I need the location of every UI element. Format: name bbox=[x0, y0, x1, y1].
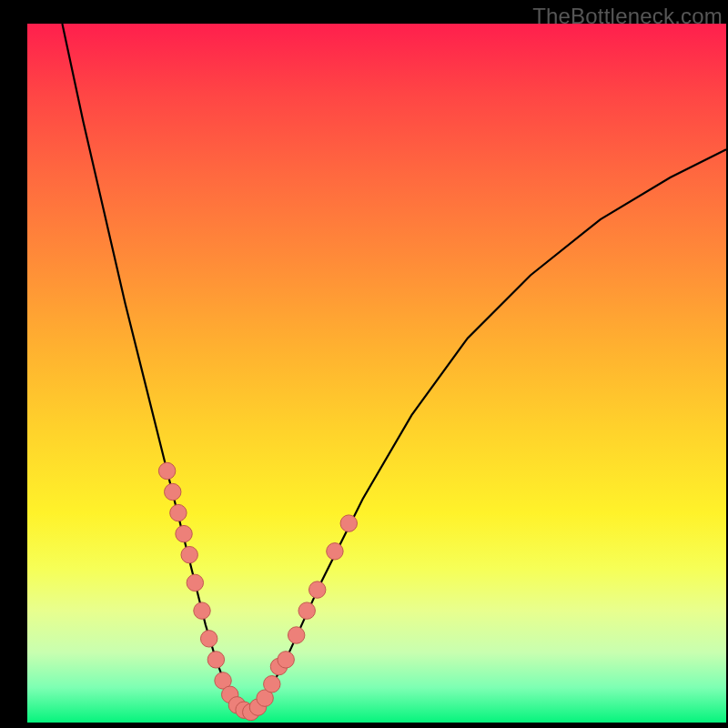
highlight-dot bbox=[340, 515, 357, 531]
highlight-dot bbox=[327, 543, 343, 560]
highlight-dots-group bbox=[158, 462, 357, 720]
highlight-dot bbox=[194, 602, 210, 619]
highlight-dot bbox=[309, 581, 326, 598]
watermark-text: TheBottleneck.com bbox=[532, 4, 723, 29]
highlight-dot bbox=[200, 631, 217, 647]
chart-svg bbox=[27, 24, 726, 723]
highlight-dot bbox=[288, 627, 304, 643]
highlight-dot bbox=[165, 483, 181, 500]
highlight-dot bbox=[181, 546, 197, 562]
chart-frame: TheBottleneck.com bbox=[0, 0, 728, 728]
highlight-dot bbox=[170, 504, 187, 521]
highlight-dot bbox=[158, 462, 175, 479]
highlight-dot bbox=[264, 676, 280, 693]
highlight-dot bbox=[278, 652, 294, 668]
chart-plot-area bbox=[27, 24, 726, 723]
highlight-dot bbox=[176, 525, 192, 541]
highlight-dot bbox=[298, 602, 315, 619]
highlight-dot bbox=[207, 652, 224, 668]
highlight-dot bbox=[187, 574, 203, 591]
bottleneck-curve bbox=[62, 24, 726, 712]
